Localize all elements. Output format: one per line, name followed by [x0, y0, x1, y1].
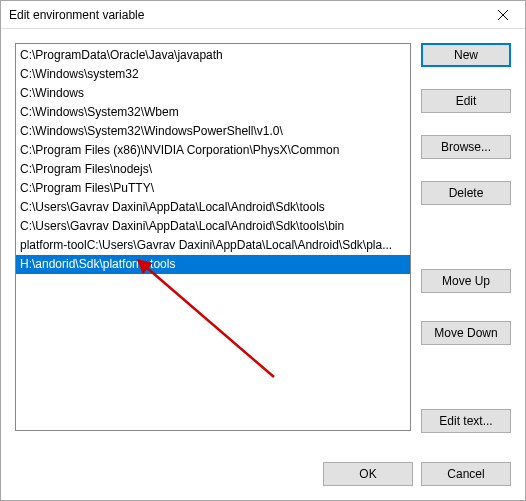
list-item[interactable]: platform-toolC:\Users\Gavrav Daxini\AppD…	[16, 236, 410, 255]
button-label: New	[454, 48, 478, 62]
list-item[interactable]: C:\Program Files\PuTTY\	[16, 179, 410, 198]
list-item[interactable]: C:\Windows\System32\WindowsPowerShell\v1…	[16, 122, 410, 141]
button-label: Edit	[456, 94, 477, 108]
edit-button[interactable]: Edit	[421, 89, 511, 113]
close-icon	[498, 10, 508, 20]
list-item[interactable]: C:\Users\Gavrav Daxini\AppData\Local\And…	[16, 198, 410, 217]
list-item[interactable]: C:\Program Files\nodejs\	[16, 160, 410, 179]
close-button[interactable]	[480, 1, 525, 29]
button-label: Move Down	[434, 326, 497, 340]
button-label: Cancel	[447, 467, 484, 481]
move-down-button[interactable]: Move Down	[421, 321, 511, 345]
list-item[interactable]: C:\Windows	[16, 84, 410, 103]
button-label: Browse...	[441, 140, 491, 154]
delete-button[interactable]: Delete	[421, 181, 511, 205]
list-item[interactable]: C:\Users\Gavrav Daxini\AppData\Local\And…	[16, 217, 410, 236]
list-item[interactable]: C:\Windows\System32\Wbem	[16, 103, 410, 122]
button-column: New Edit Browse... Delete Move Up Move D…	[421, 43, 511, 446]
button-label: Edit text...	[439, 414, 492, 428]
path-listbox[interactable]: C:\ProgramData\Oracle\Java\javapath C:\W…	[15, 43, 411, 431]
list-item[interactable]: C:\ProgramData\Oracle\Java\javapath	[16, 46, 410, 65]
button-label: Delete	[449, 186, 484, 200]
list-item[interactable]: C:\Program Files (x86)\NVIDIA Corporatio…	[16, 141, 410, 160]
list-item-selected[interactable]: H:\andorid\Sdk\platform-tools	[16, 255, 410, 274]
browse-button[interactable]: Browse...	[421, 135, 511, 159]
edit-text-button[interactable]: Edit text...	[421, 409, 511, 433]
titlebar: Edit environment variable	[1, 1, 525, 29]
dialog-title: Edit environment variable	[9, 8, 144, 22]
button-label: Move Up	[442, 274, 490, 288]
dialog-window: Edit environment variable C:\ProgramData…	[0, 0, 526, 501]
move-up-button[interactable]: Move Up	[421, 269, 511, 293]
list-item[interactable]: C:\Windows\system32	[16, 65, 410, 84]
bottom-bar: OK Cancel	[1, 452, 525, 500]
new-button[interactable]: New	[421, 43, 511, 67]
content-area: C:\ProgramData\Oracle\Java\javapath C:\W…	[1, 29, 525, 452]
button-label: OK	[359, 467, 376, 481]
cancel-button[interactable]: Cancel	[421, 462, 511, 486]
ok-button[interactable]: OK	[323, 462, 413, 486]
